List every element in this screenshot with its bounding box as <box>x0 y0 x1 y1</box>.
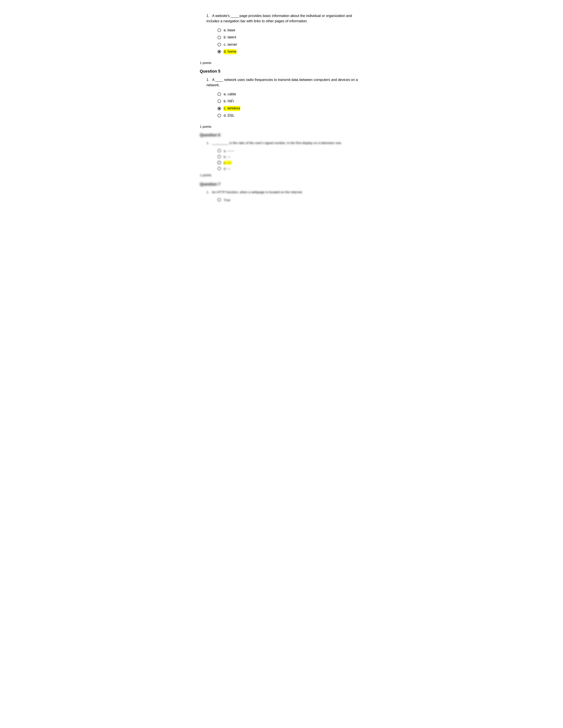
radio-6b <box>217 155 221 158</box>
question-6-block: Question 6 1. _________ is the ratio of … <box>200 133 363 178</box>
option-5c-label: c. wireless <box>224 106 240 111</box>
radio-5d[interactable] <box>217 114 221 117</box>
option-5d[interactable]: d. DSL <box>217 113 363 118</box>
question-6-item: 1. _________ is the ratio of the user's … <box>206 141 363 171</box>
option-6d: d. --- <box>217 167 363 171</box>
option-4a[interactable]: a. base <box>217 28 363 33</box>
option-6d-label: d. --- <box>224 167 231 171</box>
option-4b[interactable]: b. latent <box>217 35 363 40</box>
option-5c[interactable]: c. wireless <box>217 106 363 111</box>
question-5-title: Question 5 <box>200 69 363 74</box>
option-6a: a. ------ <box>217 149 363 153</box>
question-6-title: Question 6 <box>200 133 363 137</box>
option-5d-label: d. DSL <box>224 113 234 118</box>
question-7-title: Question 7 <box>200 182 363 187</box>
option-5b[interactable]: b. HiFi <box>217 99 363 104</box>
option-7a: True <box>217 198 363 202</box>
question-4-text: 1. A website's ____ page provides basic … <box>206 13 363 24</box>
question-5-number: 1. <box>206 78 209 82</box>
radio-7a <box>217 198 221 202</box>
option-6a-label: a. ------ <box>224 149 234 153</box>
option-6b: b. --- <box>217 155 363 159</box>
option-4b-label: b. latent <box>224 35 236 40</box>
question-4-number: 1. <box>206 14 209 18</box>
radio-5b[interactable] <box>217 99 221 103</box>
question-6-text: 1. _________ is the ratio of the user's … <box>206 141 363 146</box>
question-7-item: 1. An HTTP function, when a webpage is l… <box>206 190 363 202</box>
option-4a-label: a. base <box>224 28 235 33</box>
radio-4a[interactable] <box>217 28 221 32</box>
question-5-points: 1 points <box>200 125 363 128</box>
radio-4b[interactable] <box>217 36 221 39</box>
question-4-body: A website's ____ page provides basic inf… <box>206 14 352 23</box>
radio-5c[interactable] <box>217 107 221 110</box>
question-5-block: Question 5 1. A ____ network uses radio … <box>200 69 363 118</box>
question-5-options: a. cable b. HiFi c. wireless d. DSL <box>217 92 363 118</box>
question-4-points: 1 points <box>200 61 363 65</box>
question-5-body: A ____ network uses radio frequencies to… <box>206 78 358 87</box>
question-5-item: 1. A ____ network uses radio frequencies… <box>206 77 363 118</box>
radio-5a[interactable] <box>217 92 221 96</box>
question-7-text: 1. An HTTP function, when a webpage is l… <box>206 190 363 195</box>
question-4-options: a. base b. latent c. server d. home <box>217 28 363 54</box>
option-4c[interactable]: c. server <box>217 42 363 47</box>
option-6c-label: c. ---- <box>224 161 231 165</box>
option-4d-label: d. home <box>224 49 236 54</box>
option-4d[interactable]: d. home <box>217 49 363 54</box>
question-6-points: 1 points <box>200 173 363 178</box>
option-5a-label: a. cable <box>224 92 236 97</box>
question-4-block: 1. A website's ____ page provides basic … <box>200 13 363 54</box>
option-5a[interactable]: a. cable <box>217 92 363 97</box>
option-6c: c. ---- <box>217 161 363 165</box>
option-5b-label: b. HiFi <box>224 99 234 104</box>
question-7-block: Question 7 1. An HTTP function, when a w… <box>200 182 363 202</box>
radio-4d[interactable] <box>217 50 221 53</box>
radio-6d <box>217 167 221 170</box>
option-7a-label: True <box>224 198 230 202</box>
option-6b-label: b. --- <box>224 155 231 159</box>
radio-4c[interactable] <box>217 43 221 46</box>
question-5-text: 1. A ____ network uses radio frequencies… <box>206 77 363 88</box>
option-4c-label: c. server <box>224 42 237 47</box>
radio-6c <box>217 161 221 164</box>
radio-6a <box>217 149 221 152</box>
question-4-item: 1. A website's ____ page provides basic … <box>206 13 363 54</box>
